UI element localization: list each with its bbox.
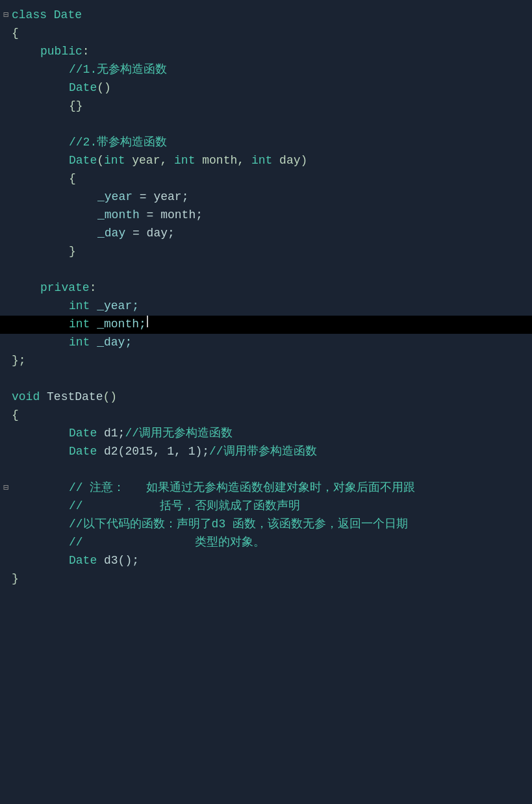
- fold-indicator: [0, 554, 12, 568]
- fold-indicator: [0, 281, 12, 295]
- code-line-9: Date(int year, int month, int day): [0, 152, 532, 170]
- fold-indicator: [0, 99, 12, 114]
- token-kw-void: void: [12, 390, 40, 403]
- token-punctuation: };: [12, 354, 26, 367]
- token-kw-date: Date: [69, 427, 97, 440]
- line-content: //以下代码的函数：声明了d3 函数，该函数无参，返回一个日期: [12, 516, 529, 534]
- token-comment: // 括号，否则就成了函数声明: [69, 499, 300, 512]
- line-content: void TestDate(): [12, 388, 529, 407]
- token-punctuation: (: [97, 154, 104, 167]
- token-comment: // 注意： 如果通过无参构造函数创建对象时，对象后面不用跟: [69, 481, 415, 494]
- line-content: _year = year;: [12, 188, 529, 207]
- line-content: int _month;: [12, 316, 529, 334]
- code-line-10: {: [0, 170, 532, 188]
- line-content: // 类型的对象。: [12, 534, 529, 552]
- token-var-name: _year;: [90, 299, 139, 312]
- code-line-28: // 括号，否则就成了函数声明: [0, 497, 532, 516]
- code-line-6: {}: [0, 97, 532, 116]
- code-line-22: void TestDate(): [0, 388, 532, 407]
- token-comment: //调用带参构造函数: [209, 445, 317, 458]
- fold-indicator: [0, 63, 12, 77]
- fold-indicator: [0, 572, 12, 586]
- code-line-23: {: [0, 407, 532, 425]
- fold-indicator: [0, 190, 12, 205]
- token-kw-type: int: [251, 154, 272, 167]
- line-content: {: [12, 25, 529, 43]
- line-content: }: [12, 243, 529, 261]
- token-kw-public: public: [40, 45, 82, 58]
- line-content: };: [12, 352, 529, 370]
- fold-indicator: [0, 463, 12, 477]
- token-kw-type: int: [69, 299, 90, 312]
- token-normal: = day;: [125, 227, 175, 240]
- token-kw-type: int: [104, 154, 125, 167]
- token-punctuation: :: [82, 45, 90, 58]
- token-punctuation: :: [90, 281, 97, 294]
- fold-indicator: [0, 245, 12, 259]
- token-comment: //以下代码的函数：声明了d3 函数，该函数无参，返回一个日期: [69, 518, 408, 531]
- fold-indicator: [0, 336, 12, 350]
- token-comment: //1.无参构造函数: [69, 63, 167, 76]
- line-content: class Date: [12, 6, 529, 25]
- line-content: Date(int year, int month, int day): [12, 152, 529, 170]
- token-var-name: _day: [97, 227, 125, 240]
- code-line-2: {: [0, 25, 532, 43]
- token-kw-class: class: [12, 8, 54, 21]
- token-param: year,: [125, 154, 174, 167]
- fold-indicator: [0, 445, 12, 459]
- fold-indicator: [0, 372, 12, 386]
- token-kw-date: Date: [69, 154, 97, 167]
- fold-indicator: [0, 354, 12, 368]
- fold-indicator[interactable]: ⊟: [0, 481, 12, 496]
- line-content: public:: [12, 43, 529, 61]
- fold-indicator: [0, 227, 12, 241]
- token-var-name: _month: [97, 208, 140, 221]
- fold-indicator: [0, 499, 12, 514]
- token-kw-date: Date: [69, 445, 97, 458]
- line-content: int _year;: [12, 297, 529, 316]
- token-punctuation: }: [69, 245, 76, 258]
- code-line-7: [0, 116, 532, 134]
- fold-indicator: [0, 408, 12, 423]
- line-content: {: [12, 407, 529, 425]
- line-content: //2.带参构造函数: [12, 134, 529, 152]
- fold-indicator: [0, 45, 12, 59]
- token-normal: d1;: [97, 427, 125, 440]
- line-content: Date d3();: [12, 552, 529, 570]
- code-line-21: [0, 370, 532, 388]
- fold-indicator: [0, 154, 12, 168]
- fold-indicator: [0, 136, 12, 150]
- line-content: _day = day;: [12, 225, 529, 243]
- code-line-17: int _year;: [0, 297, 532, 316]
- line-content: }: [12, 570, 529, 588]
- token-kw-private: private: [40, 281, 90, 294]
- token-normal: TestDate: [47, 390, 103, 403]
- token-comment: // 类型的对象。: [69, 536, 265, 549]
- code-line-4: //1.无参构造函数: [0, 61, 532, 79]
- code-line-5: Date(): [0, 79, 532, 97]
- line-content: {}: [12, 97, 529, 116]
- code-line-3: public:: [0, 43, 532, 61]
- fold-indicator: [0, 27, 12, 41]
- line-content: int _day;: [12, 334, 529, 352]
- token-punctuation: }: [12, 572, 19, 585]
- token-punctuation: (): [103, 390, 117, 403]
- code-line-31: Date d3();: [0, 552, 532, 570]
- fold-indicator: [0, 427, 12, 441]
- code-line-13: _day = day;: [0, 225, 532, 243]
- code-line-14: }: [0, 243, 532, 261]
- token-punctuation: ): [301, 154, 308, 167]
- fold-indicator: [0, 299, 12, 314]
- fold-indicator: [0, 172, 12, 186]
- code-line-32: }: [0, 570, 532, 588]
- token-kw-date: Date: [69, 554, 97, 567]
- token-punctuation: {: [12, 27, 19, 40]
- code-editor: ⊟class Date { public: //1.无参构造函数 Date() …: [0, 0, 532, 595]
- code-line-12: _month = month;: [0, 207, 532, 225]
- token-var-name: _year: [97, 190, 133, 203]
- token-normal: = year;: [133, 190, 188, 203]
- code-line-1: ⊟class Date: [0, 6, 532, 25]
- fold-indicator[interactable]: ⊟: [0, 8, 12, 23]
- token-param: day: [272, 154, 300, 167]
- fold-indicator: [0, 208, 12, 223]
